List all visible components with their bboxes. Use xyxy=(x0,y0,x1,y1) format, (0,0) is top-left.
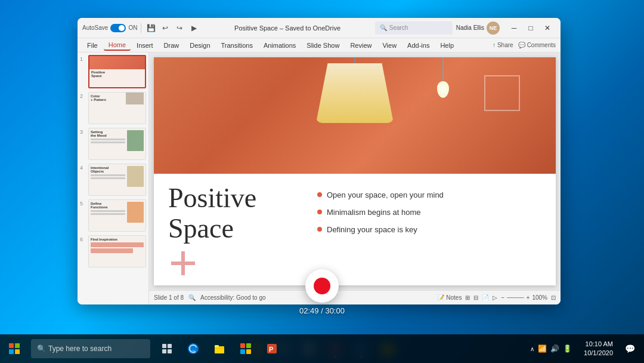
slide-preview-3[interactable]: Settingthe Mood xyxy=(88,128,146,160)
bullet-text-3: Defining your space is key xyxy=(327,225,417,234)
slide-preview-2[interactable]: Color+ Pattern xyxy=(88,92,146,124)
bullet-dot-3 xyxy=(317,227,322,232)
network-icon[interactable]: 📶 xyxy=(538,344,547,353)
thumb5-line1 xyxy=(91,210,125,212)
zoom-level: 100% xyxy=(532,294,547,301)
thumb4-image xyxy=(127,166,144,187)
slide-thumb-5[interactable]: 5 DefineFunctions xyxy=(80,199,146,232)
tab-insert[interactable]: Insert xyxy=(132,41,158,50)
explorer-icon xyxy=(213,343,225,355)
maximize-button[interactable]: □ xyxy=(522,20,539,36)
store-icon[interactable] xyxy=(234,337,258,361)
reading-view-icon[interactable]: 📄 xyxy=(482,294,489,301)
taskbar-pinned-icons: P xyxy=(155,337,284,361)
tab-design[interactable]: Design xyxy=(185,41,215,50)
slide-panel[interactable]: 1 PositiveSpace 2 xyxy=(78,53,149,304)
tab-file[interactable]: File xyxy=(82,41,103,50)
bullet-1: Open your space, open your mind xyxy=(317,190,541,199)
windows-logo-icon xyxy=(9,343,20,354)
taskbar-clock[interactable]: 10:10 AM 10/1/2020 xyxy=(579,340,618,358)
tab-help[interactable]: Help xyxy=(435,41,459,50)
thumb1-body: PositiveSpace xyxy=(89,69,145,79)
slide-num-3: 3 xyxy=(80,128,86,135)
slide-bullets-area: Open your space, open your mind Minimali… xyxy=(299,183,541,284)
slide-title-area: Positive Space xyxy=(168,183,299,284)
share-button[interactable]: ↑ Share xyxy=(493,42,513,48)
save-icon[interactable]: 💾 xyxy=(145,22,157,34)
thumb5-line2 xyxy=(91,213,125,215)
slide-main-title: Positive Space xyxy=(168,183,299,244)
present-icon[interactable]: ▶ xyxy=(188,22,200,34)
tab-home[interactable]: Home xyxy=(104,40,131,51)
redo-icon[interactable]: ↪ xyxy=(174,22,185,34)
thumb6-content: Find Inspiration xyxy=(89,236,145,267)
svg-rect-7 xyxy=(168,344,172,348)
main-content: 1 PositiveSpace 2 xyxy=(78,53,561,304)
thumb6-bar1 xyxy=(91,242,144,247)
autosave-toggle[interactable] xyxy=(110,24,126,32)
comments-button[interactable]: 💬 Comments xyxy=(518,42,556,48)
zoom-slider[interactable]: ──── xyxy=(507,294,524,301)
tab-slideshow[interactable]: Slide Show xyxy=(302,41,344,50)
status-bar: Slide 1 of 8 🔍 Accessibility: Good to go… xyxy=(149,290,561,304)
svg-rect-4 xyxy=(9,349,14,354)
slide-preview-5[interactable]: DefineFunctions xyxy=(88,199,146,232)
thumb3-title: Settingthe Mood xyxy=(91,130,125,137)
powerpoint-taskbar-icon[interactable]: P xyxy=(260,337,284,361)
task-view-button[interactable] xyxy=(155,337,179,361)
title-search-box[interactable]: 🔍 Search xyxy=(375,21,453,35)
document-title: Positive Space – Saved to OneDrive xyxy=(203,24,371,32)
normal-view-icon[interactable]: ⊞ xyxy=(465,294,470,301)
recording-button[interactable] xyxy=(305,269,339,303)
slide-thumb-4[interactable]: 4 IntentionalObjects xyxy=(80,164,146,196)
tab-review[interactable]: Review xyxy=(345,41,376,50)
undo-icon[interactable]: ↩ xyxy=(159,22,171,34)
share-label: Share xyxy=(497,42,513,48)
notification-icon: 💬 xyxy=(625,344,635,353)
bullet-text-2: Minimalism begins at home xyxy=(327,208,421,217)
slide-preview-6[interactable]: Find Inspiration xyxy=(88,235,146,267)
start-button[interactable] xyxy=(0,334,29,363)
tab-draw[interactable]: Draw xyxy=(159,41,184,50)
edge-browser-icon[interactable] xyxy=(181,337,205,361)
slideshow-icon[interactable]: ▷ xyxy=(493,294,497,301)
tab-view[interactable]: View xyxy=(377,41,401,50)
zoom-in-btn[interactable]: + xyxy=(527,294,530,301)
slide-plus-symbol xyxy=(168,248,299,284)
edge-icon xyxy=(187,343,199,355)
fit-slide-btn[interactable]: ⊡ xyxy=(551,294,556,301)
tab-addins[interactable]: Add-ins xyxy=(402,41,434,50)
slide-preview-4[interactable]: IntentionalObjects xyxy=(88,164,146,196)
user-avatar[interactable]: NE xyxy=(487,21,500,35)
slide-thumb-3[interactable]: 3 Settingthe Mood xyxy=(80,128,146,160)
slide-preview-1[interactable]: PositiveSpace xyxy=(88,55,146,88)
svg-rect-9 xyxy=(168,349,172,353)
svg-rect-6 xyxy=(162,344,166,348)
thumb4-text: IntentionalObjects xyxy=(91,166,125,193)
ppt-icon: P xyxy=(266,343,278,355)
slide-thumb-6[interactable]: 6 Find Inspiration xyxy=(80,235,146,267)
bullet-text-1: Open your space, open your mind xyxy=(327,190,444,199)
tab-transitions[interactable]: Transitions xyxy=(216,41,258,50)
slide-sorter-icon[interactable]: ⊟ xyxy=(473,294,478,301)
taskbar-search[interactable]: 🔍 Type here to search xyxy=(31,339,150,358)
show-hidden-icon[interactable]: ∧ xyxy=(530,346,534,352)
file-explorer-icon[interactable] xyxy=(208,337,231,361)
thumb4-title: IntentionalObjects xyxy=(91,166,125,173)
minimize-button[interactable]: ─ xyxy=(506,20,522,36)
volume-icon[interactable]: 🔊 xyxy=(550,344,559,353)
tab-animations[interactable]: Animations xyxy=(259,41,301,50)
zoom-out-btn[interactable]: − xyxy=(501,294,504,301)
recording-overlay: 02:49 / 30:00 xyxy=(299,269,345,315)
thumb4-content: IntentionalObjects xyxy=(89,164,145,195)
notification-button[interactable]: 💬 xyxy=(620,339,639,358)
search-label: Search xyxy=(389,24,408,31)
slide-thumb-2[interactable]: 2 Color+ Pattern xyxy=(80,92,146,124)
lamp-bulb xyxy=(437,81,449,98)
slide-thumb-1[interactable]: 1 PositiveSpace xyxy=(80,55,146,88)
notes-button[interactable]: 📝 Notes xyxy=(437,294,462,301)
battery-icon[interactable]: 🔋 xyxy=(563,344,572,353)
slide-num-1: 1 xyxy=(80,55,86,62)
close-button[interactable]: ✕ xyxy=(539,20,556,36)
slide-num-6: 6 xyxy=(80,235,86,242)
